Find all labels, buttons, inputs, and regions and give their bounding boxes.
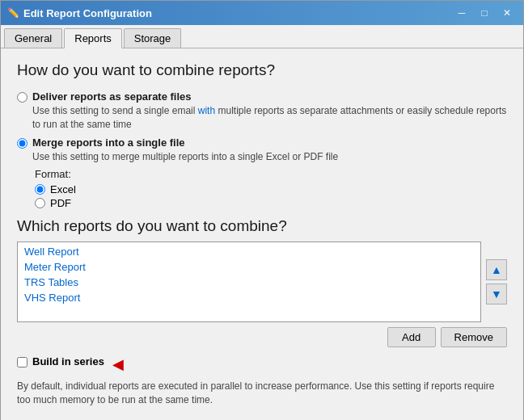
move-up-button[interactable]: ▲ (486, 259, 507, 280)
title-bar-left: ✏️ Edit Report Configuration (7, 7, 152, 19)
remove-button[interactable]: Remove (441, 327, 507, 347)
report-list[interactable]: Well Report Meter Report TRS Tables VHS … (17, 242, 481, 322)
deliver-radio-option: Deliver reports as separate files Use th… (17, 90, 507, 132)
format-pdf-label: PDF (50, 197, 71, 209)
list-arrows: ▲ ▼ (486, 242, 507, 322)
section2-title: Which reports do you want to combine? (17, 217, 507, 235)
format-label: Format: (35, 168, 507, 180)
tabs-bar: General Reports Storage (1, 25, 523, 48)
maximize-button[interactable]: □ (475, 6, 494, 20)
list-item[interactable]: Meter Report (18, 259, 480, 275)
deliver-label: Deliver reports as separate files Use th… (32, 90, 507, 132)
deliver-radio[interactable] (17, 92, 27, 103)
merge-option: Merge reports into a single file Use thi… (17, 136, 507, 210)
add-button[interactable]: Add (387, 327, 436, 347)
list-item[interactable]: TRS Tables (18, 275, 480, 290)
build-series-description: By default, individual reports are execu… (17, 380, 507, 407)
close-button[interactable]: ✕ (497, 6, 517, 20)
deliver-label-desc: Use this setting to send a single email … (32, 104, 507, 132)
main-window: ✏️ Edit Report Configuration ─ □ ✕ Gener… (0, 0, 524, 420)
format-excel-radio[interactable] (35, 184, 45, 195)
merge-radio[interactable] (17, 138, 27, 149)
red-arrow-icon: ◀ (112, 355, 124, 373)
merge-label-desc: Use this setting to merge multiple repor… (32, 150, 338, 164)
title-bar: ✏️ Edit Report Configuration ─ □ ✕ (1, 1, 523, 25)
build-series-label: Build in series (32, 355, 104, 368)
list-item[interactable]: Well Report (18, 244, 480, 259)
add-remove-row: Add Remove (17, 327, 507, 347)
merge-radio-option: Merge reports into a single file Use thi… (17, 136, 507, 164)
build-series-row: Build in series ◀ (17, 355, 507, 373)
format-excel-label: Excel (50, 183, 76, 195)
window-title: Edit Report Configuration (23, 7, 152, 19)
format-group: Format: Excel PDF (35, 168, 507, 209)
tab-storage[interactable]: Storage (124, 28, 182, 48)
title-controls: ─ □ ✕ (452, 6, 517, 20)
minimize-button[interactable]: ─ (452, 6, 471, 20)
deliver-link: with (198, 105, 215, 116)
content-area: How do you want to combine reports? Deli… (1, 48, 523, 417)
format-excel-option: Excel (35, 183, 507, 195)
section1-title: How do you want to combine reports? (17, 61, 507, 79)
list-item[interactable]: VHS Report (18, 290, 480, 305)
merge-label: Merge reports into a single file Use thi… (32, 136, 338, 164)
format-pdf-option: PDF (35, 197, 507, 209)
build-series-left: Build in series ◀ (17, 355, 124, 373)
deliver-label-title: Deliver reports as separate files (32, 90, 507, 103)
tab-reports[interactable]: Reports (64, 28, 122, 48)
tab-general[interactable]: General (4, 28, 62, 48)
build-series-checkbox[interactable] (17, 357, 27, 368)
app-icon: ✏️ (7, 7, 19, 19)
format-pdf-radio[interactable] (35, 198, 45, 208)
merge-label-title: Merge reports into a single file (32, 136, 338, 149)
parallel-link: in parallel (201, 380, 242, 392)
move-down-button[interactable]: ▼ (486, 284, 507, 304)
deliver-option: Deliver reports as separate files Use th… (17, 90, 507, 132)
list-area-container: Well Report Meter Report TRS Tables VHS … (17, 242, 507, 322)
